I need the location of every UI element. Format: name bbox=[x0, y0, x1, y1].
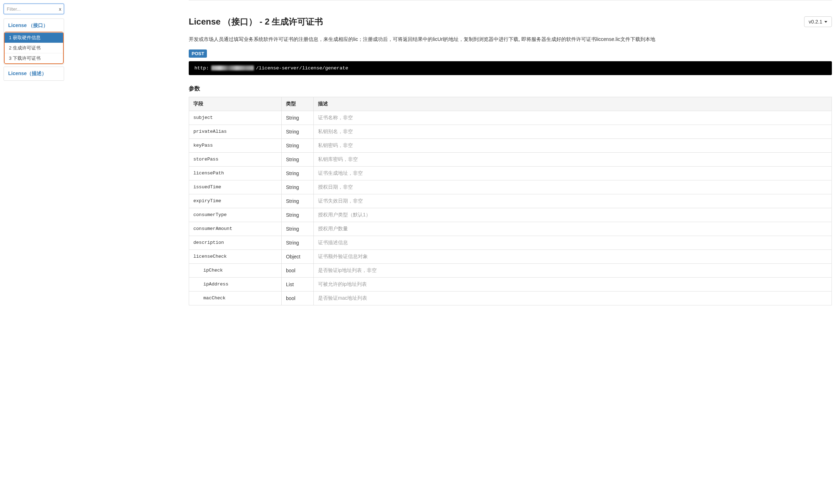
param-desc: 证书失效日期，非空 bbox=[314, 194, 832, 208]
param-type: List bbox=[282, 277, 314, 291]
param-desc: 私钥密码，非空 bbox=[314, 138, 832, 152]
param-desc: 私钥库密码，非空 bbox=[314, 152, 832, 166]
page-title: License （接口） - 2 生成许可证书 bbox=[189, 16, 323, 27]
sidebar-item[interactable]: 3 下载许可证书 bbox=[5, 53, 63, 63]
param-desc: 授权日期，非空 bbox=[314, 180, 832, 194]
param-desc: 是否验证ip地址列表，非空 bbox=[314, 263, 832, 277]
param-field: expiryTime bbox=[189, 194, 282, 208]
table-row: storePassString私钥库密码，非空 bbox=[189, 152, 832, 166]
params-section-title: 参数 bbox=[189, 85, 832, 93]
param-field: macCheck bbox=[189, 291, 282, 305]
request-url-block: http: /license-server/license/generate bbox=[189, 61, 832, 75]
nav-items: 1 获取硬件信息2 生成许可证书3 下载许可证书 bbox=[4, 32, 64, 64]
version-label: v0.2.1 bbox=[809, 19, 822, 25]
col-field: 字段 bbox=[189, 97, 282, 111]
table-row: ipAddressList可被允许的ip地址列表 bbox=[189, 277, 832, 291]
params-table: 字段 类型 描述 subjectString证书名称，非空privateAlia… bbox=[189, 97, 832, 305]
param-type: String bbox=[282, 180, 314, 194]
nav-group-title[interactable]: License （接口） bbox=[4, 19, 64, 32]
page-header: License （接口） - 2 生成许可证书 v0.2.1 bbox=[189, 16, 832, 27]
param-type: String bbox=[282, 222, 314, 236]
param-desc: 证书生成地址，非空 bbox=[314, 166, 832, 180]
table-row: ipCheckbool是否验证ip地址列表，非空 bbox=[189, 263, 832, 277]
param-type: String bbox=[282, 166, 314, 180]
param-type: String bbox=[282, 138, 314, 152]
param-desc: 可被允许的ip地址列表 bbox=[314, 277, 832, 291]
nav-group: License （接口）1 获取硬件信息2 生成许可证书3 下载许可证书 bbox=[4, 19, 64, 64]
url-suffix: /license-server/license/generate bbox=[256, 65, 348, 71]
param-field: keyPass bbox=[189, 138, 282, 152]
table-row: consumerTypeString授权用户类型（默认1） bbox=[189, 208, 832, 222]
col-desc: 描述 bbox=[314, 97, 832, 111]
nav-group-title[interactable]: License（描述） bbox=[4, 67, 64, 80]
main-content: License （接口） - 2 生成许可证书 v0.2.1 开发或市场人员通过… bbox=[68, 0, 839, 504]
param-desc: 私钥别名，非空 bbox=[314, 125, 832, 138]
top-divider bbox=[189, 0, 832, 0]
param-type: String bbox=[282, 111, 314, 125]
filter-wrap: x bbox=[4, 4, 64, 14]
param-type: String bbox=[282, 236, 314, 250]
table-row: issuedTimeString授权日期，非空 bbox=[189, 180, 832, 194]
param-field: privateAlias bbox=[189, 125, 282, 138]
version-dropdown[interactable]: v0.2.1 bbox=[804, 16, 832, 27]
table-row: consumerAmountString授权用户数量 bbox=[189, 222, 832, 236]
table-row: keyPassString私钥密码，非空 bbox=[189, 138, 832, 152]
sidebar: x License （接口）1 获取硬件信息2 生成许可证书3 下载许可证书Li… bbox=[0, 0, 68, 504]
table-row: expiryTimeString证书失效日期，非空 bbox=[189, 194, 832, 208]
api-description: 开发或市场人员通过填写业务系统软件许可证书的注册信息，来生成相应的lic；注册成… bbox=[189, 35, 832, 44]
param-desc: 授权用户类型（默认1） bbox=[314, 208, 832, 222]
filter-input[interactable] bbox=[4, 4, 64, 14]
param-field: licensePath bbox=[189, 166, 282, 180]
table-header-row: 字段 类型 描述 bbox=[189, 97, 832, 111]
param-type: String bbox=[282, 208, 314, 222]
param-type: String bbox=[282, 152, 314, 166]
param-field: subject bbox=[189, 111, 282, 125]
param-desc: 证书描述信息 bbox=[314, 236, 832, 250]
param-desc: 是否验证mac地址列表 bbox=[314, 291, 832, 305]
param-type: String bbox=[282, 125, 314, 138]
clear-icon[interactable]: x bbox=[59, 6, 62, 12]
table-row: licensePathString证书生成地址，非空 bbox=[189, 166, 832, 180]
param-field: description bbox=[189, 236, 282, 250]
table-row: descriptionString证书描述信息 bbox=[189, 236, 832, 250]
param-field: storePass bbox=[189, 152, 282, 166]
table-row: privateAliasString私钥别名，非空 bbox=[189, 125, 832, 138]
param-field: consumerAmount bbox=[189, 222, 282, 236]
param-type: Object bbox=[282, 250, 314, 263]
param-field: consumerType bbox=[189, 208, 282, 222]
table-row: subjectString证书名称，非空 bbox=[189, 111, 832, 125]
param-type: String bbox=[282, 194, 314, 208]
sidebar-item[interactable]: 1 获取硬件信息 bbox=[5, 32, 63, 43]
param-field: ipCheck bbox=[189, 263, 282, 277]
param-desc: 证书名称，非空 bbox=[314, 111, 832, 125]
param-field: issuedTime bbox=[189, 180, 282, 194]
param-field: licenseCheck bbox=[189, 250, 282, 263]
param-type: bool bbox=[282, 263, 314, 277]
sidebar-item[interactable]: 2 生成许可证书 bbox=[5, 43, 63, 53]
table-row: licenseCheckObject证书额外验证信息对象 bbox=[189, 250, 832, 263]
url-prefix: http: bbox=[194, 65, 209, 71]
http-method-badge: POST bbox=[189, 49, 207, 58]
param-field: ipAddress bbox=[189, 277, 282, 291]
param-desc: 授权用户数量 bbox=[314, 222, 832, 236]
chevron-down-icon bbox=[824, 21, 827, 23]
table-row: macCheckbool是否验证mac地址列表 bbox=[189, 291, 832, 305]
param-type: bool bbox=[282, 291, 314, 305]
col-type: 类型 bbox=[282, 97, 314, 111]
url-redacted bbox=[211, 65, 254, 70]
nav-group: License（描述） bbox=[4, 67, 64, 81]
param-desc: 证书额外验证信息对象 bbox=[314, 250, 832, 263]
